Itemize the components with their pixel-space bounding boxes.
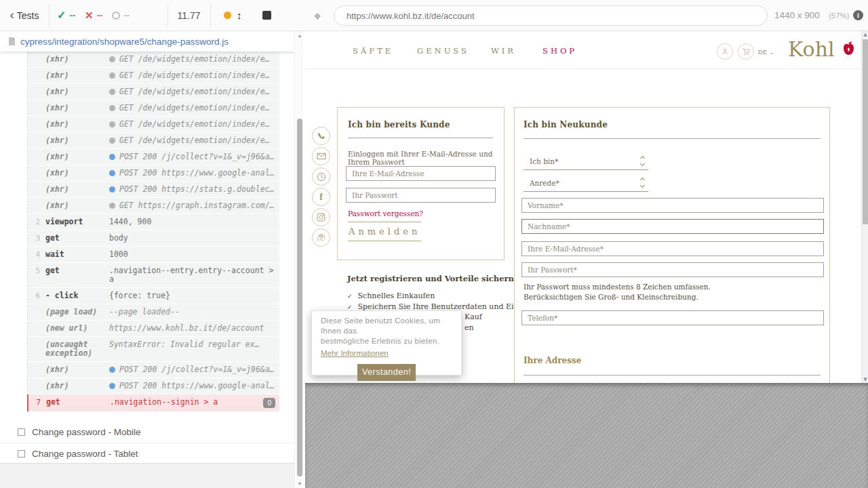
log-command-name: (xhr)	[45, 104, 104, 113]
log-row[interactable]: (xhr)POST 200 https://www.google-analyti…	[28, 378, 279, 394]
cookie-more-info-link[interactable]: Mehr Informationen	[321, 349, 389, 357]
forgot-password-link[interactable]: Passwort vergessen?	[348, 209, 423, 218]
nav-item-genuss[interactable]: GENUSS	[417, 46, 469, 56]
runner-controls: ↕	[224, 0, 271, 30]
log-command-message: GET /de/widgets/emotion/index/e…	[109, 104, 279, 113]
log-command-name: wait	[45, 250, 104, 259]
scroll-down-icon[interactable]: ▼	[296, 481, 303, 486]
account-button[interactable]	[717, 43, 733, 60]
instagram-icon[interactable]	[312, 208, 330, 226]
scroll-toggle-icon[interactable]: ↕	[237, 9, 242, 21]
register-password-field[interactable]	[521, 262, 824, 277]
back-to-tests-label: Tests	[17, 10, 39, 21]
phone-icon[interactable]	[312, 127, 330, 145]
state-dot-icon	[224, 12, 231, 19]
log-row[interactable]: (xhr)POST 200 https://www.google-analyti…	[28, 165, 279, 181]
login-email-field[interactable]	[346, 166, 496, 181]
log-row[interactable]: 5get.navigation--entry.entry--account > …	[28, 263, 279, 287]
location-icon[interactable]	[312, 228, 330, 247]
log-row[interactable]: (uncaught exception)SyntaxError: Invalid…	[28, 337, 279, 361]
scrollbar-thumb[interactable]	[863, 39, 868, 224]
log-row[interactable]: (new url)https://www.kohl.bz.it/de/accou…	[28, 321, 279, 336]
pending-test-row[interactable]: Change password - Mobile	[0, 422, 293, 443]
log-row[interactable]: (xhr)GET /de/widgets/emotion/index/e…	[28, 117, 279, 132]
apple-logo-icon[interactable]	[842, 41, 856, 57]
spec-path-link[interactable]: cypress/integration/shopware5/change-pas…	[20, 37, 229, 47]
log-row[interactable]: 3getbody	[28, 230, 279, 246]
select-label: Anrede*	[530, 179, 559, 187]
log-row[interactable]: (xhr)GET /de/widgets/emotion/index/e…	[28, 68, 279, 83]
log-row[interactable]: (xhr)POST 200 /j/collect?v=1&_v=j96&aip=…	[28, 149, 279, 165]
log-command-message: {force: true}	[109, 291, 279, 300]
log-row[interactable]: (page load)--page loaded--	[28, 304, 279, 320]
cookie-accept-button[interactable]: Verstanden!	[357, 364, 416, 381]
log-row[interactable]: (xhr)GET /de/widgets/emotion/index/e…	[28, 133, 279, 148]
passed-count: --	[69, 10, 75, 20]
log-command-message: GET /de/widgets/emotion/index/e…	[109, 136, 279, 145]
failed-count: --	[97, 10, 103, 20]
facebook-icon[interactable]: f	[312, 188, 330, 206]
nav-item-säfte[interactable]: SÄFTE	[353, 46, 393, 56]
log-row[interactable]: 7get.navigation--signin > a0	[27, 394, 279, 411]
log-command-message: POST 200 https://www.google-analytics…	[109, 382, 279, 390]
login-password-field[interactable]	[346, 188, 496, 203]
status-dot-icon	[109, 186, 115, 192]
x-icon: ✕	[85, 9, 94, 22]
viewport-info-icon[interactable]: i	[853, 10, 863, 20]
phone-field[interactable]	[521, 310, 824, 325]
divider	[210, 4, 211, 26]
log-row[interactable]: (xhr)GET /de/widgets/emotion/index/e…	[28, 52, 279, 67]
password-hint-1: Ihr Passwort muss mindestens 8 Zeichen u…	[524, 283, 711, 291]
log-command-message: GET /de/widgets/emotion/index/e…	[109, 120, 279, 129]
scroll-down-icon[interactable]: ▼	[862, 377, 868, 382]
stop-button[interactable]	[262, 11, 271, 20]
log-row[interactable]: (xhr)GET /de/widgets/emotion/index/e…	[28, 84, 279, 100]
nav-item-wir[interactable]: WIR	[491, 46, 516, 56]
log-command-name: get	[45, 234, 104, 243]
log-command-message: GET https://graph.instagram.com/me/me…	[109, 201, 279, 210]
url-text: https://www.kohl.bz.it/de/account	[347, 11, 475, 21]
log-row[interactable]: (xhr)POST 200 /j/collect?v=1&_v=j96&aip=…	[28, 362, 279, 378]
login-submit-button[interactable]: Anmelden	[348, 222, 421, 241]
divider	[524, 138, 821, 139]
language-selector[interactable]: DE ⌄	[758, 49, 774, 56]
customer-type-select[interactable]: Ich bin*	[524, 154, 648, 170]
log-row[interactable]: 2viewport1440, 900	[28, 214, 279, 230]
reporter-scrollbar[interactable]: ▲ ▼	[296, 31, 303, 488]
mail-icon[interactable]	[312, 147, 330, 165]
address-section-title: Ihre Adresse	[524, 356, 581, 365]
password-hint-2: Berücksichtigen Sie Groß- und Kleinschre…	[524, 293, 698, 301]
scroll-up-icon[interactable]: ▲	[862, 32, 868, 37]
log-row[interactable]: (xhr)GET /de/widgets/emotion/index/e…	[28, 100, 279, 116]
nav-item-shop[interactable]: SHOP	[542, 46, 577, 56]
salutation-select[interactable]: Anrede*	[524, 176, 648, 192]
chevron-down-icon: ⌄	[770, 49, 774, 56]
test-stats: ✓ -- ✕ -- --	[57, 0, 130, 30]
log-row[interactable]: (xhr)GET https://graph.instagram.com/me/…	[28, 198, 279, 214]
log-row-number: 2	[28, 218, 45, 226]
lastname-field[interactable]	[521, 219, 824, 234]
back-to-tests-button[interactable]: ‹ Tests	[0, 0, 49, 30]
failed-stat: ✕ --	[85, 9, 102, 22]
log-row-number: 4	[28, 250, 45, 259]
register-email-field[interactable]	[521, 241, 824, 256]
log-row[interactable]: (xhr)POST 200 https://stats.g.doubleclic…	[28, 182, 279, 197]
firstname-field[interactable]	[521, 198, 824, 213]
url-bar[interactable]: https://www.kohl.bz.it/de/account	[334, 5, 768, 26]
language-label: DE	[758, 49, 768, 56]
log-command-name: - click	[45, 291, 104, 300]
clock-icon[interactable]	[312, 167, 330, 186]
select-chevrons-icon	[641, 157, 644, 165]
log-row[interactable]: 6- click{force: true}	[28, 288, 279, 304]
scroll-up-icon[interactable]: ▲	[296, 33, 303, 38]
selector-playground-icon[interactable]: ⌖	[314, 9, 321, 24]
pending-checkbox-icon	[18, 450, 25, 458]
log-command-name: (xhr)	[45, 152, 104, 161]
cart-button[interactable]	[738, 43, 754, 60]
log-row[interactable]: 4wait1000	[28, 247, 279, 262]
pending-test-row[interactable]: Change password - Tablet	[0, 443, 293, 465]
scrollbar-thumb[interactable]	[297, 119, 302, 476]
shop-logo[interactable]: Kohl	[788, 37, 835, 61]
log-command-message: GET /de/widgets/emotion/index/e…	[109, 87, 279, 96]
app-scrollbar[interactable]: ▲ ▼	[861, 31, 868, 383]
